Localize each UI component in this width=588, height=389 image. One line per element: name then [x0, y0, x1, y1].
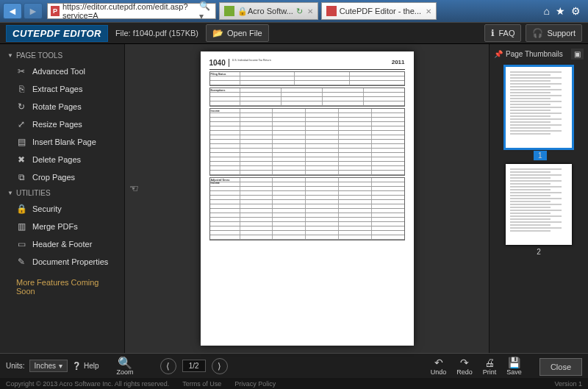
address-bar[interactable]: P https://editor.cutepdf.com/edit.asp?se… [47, 3, 216, 19]
chevron-down-icon: ▾ [59, 362, 62, 370]
resize-icon: ⤢ [16, 119, 26, 129]
tab-favicon-icon [326, 6, 337, 16]
thumbnail-number: 1 [534, 151, 547, 160]
redo-icon: ↷ [460, 357, 469, 368]
properties-icon: ✎ [16, 257, 26, 267]
sidebar-item-resize-pages[interactable]: ⤢Resize Pages [0, 115, 124, 133]
help-icon: ❔ [72, 362, 81, 370]
thumbnail-page-2[interactable]: 2 [506, 164, 572, 256]
sidebar-item-merge-pdfs[interactable]: ▥Merge PDFs [0, 218, 124, 235]
item-label: Security [32, 204, 62, 213]
section-utilities[interactable]: ▼ UTILITIES [0, 186, 124, 200]
sidebar-item-header-footer[interactable]: ▭Header & Footer [0, 235, 124, 253]
item-label: Advanced Tool [32, 67, 85, 76]
terms-link[interactable]: Terms of Use [182, 380, 221, 388]
page-navigator: ⟨ 1/2 ⟩ [160, 358, 228, 374]
tab-close-icon[interactable]: ✕ [307, 7, 313, 15]
coming-soon-label: More Features Coming Soon [0, 271, 124, 299]
redo-label: Redo [456, 368, 473, 376]
undo-label: Undo [431, 368, 447, 376]
units-select[interactable]: Inches ▾ [29, 360, 68, 372]
thumbnail-number: 2 [506, 248, 572, 256]
chevron-down-icon: ▼ [7, 190, 13, 196]
faq-button[interactable]: ℹ FAQ [484, 24, 521, 42]
rotate-icon: ↻ [16, 101, 26, 112]
forward-button[interactable]: ► [24, 3, 43, 19]
sidebar-item-crop-pages[interactable]: ⧉Crop Pages [0, 168, 124, 186]
form-section: Income [209, 108, 405, 176]
site-favicon-icon: P [51, 6, 60, 16]
open-file-button[interactable]: 📂 Open File [206, 24, 269, 42]
tab-favicon-icon [224, 6, 234, 16]
thumbnails-panel: 📌 Page Thumbnails ▣ 1 2 [489, 44, 588, 353]
settings-gear-icon[interactable]: ⚙ [571, 5, 581, 17]
form-number: 1040 [209, 59, 229, 67]
tab-label: CutePDF Editor - the... [340, 7, 421, 15]
expand-icon[interactable]: ▣ [571, 49, 584, 60]
item-label: Crop Pages [32, 173, 75, 182]
tab-refresh-icon[interactable]: ↻ [296, 7, 303, 16]
help-label: Help [84, 362, 99, 370]
print-label: Print [483, 368, 497, 376]
browser-toolbar: ◄ ► P https://editor.cutepdf.com/edit.as… [0, 0, 588, 22]
home-icon[interactable]: ⌂ [544, 5, 550, 17]
support-button[interactable]: 🎧 Support [526, 24, 582, 42]
help-button[interactable]: ❔ Help [72, 362, 99, 370]
form-year: 2011 [392, 59, 405, 65]
print-button[interactable]: 🖨Print [483, 357, 497, 376]
hand-cursor-icon: ☜ [129, 182, 139, 194]
pdf-page-view[interactable]: 1040 U.S. Individual Income Tax Return 2… [201, 51, 414, 346]
sidebar-item-doc-properties[interactable]: ✎Document Properties [0, 253, 124, 271]
thumbnails-header[interactable]: 📌 Page Thumbnails ▣ [494, 49, 584, 64]
form-section: Adjusted Gross Income [209, 177, 405, 240]
sidebar-item-advanced-tool[interactable]: ✂Advanced Tool [0, 63, 124, 80]
zoom-button[interactable]: 🔍 Zoom [117, 356, 134, 376]
next-page-button[interactable]: ⟩ [212, 358, 228, 374]
support-label: Support [547, 29, 576, 38]
item-label: Document Properties [32, 257, 108, 266]
lock-icon: 🔒 [16, 204, 26, 214]
thumbnail-page-1[interactable]: 1 [506, 67, 572, 161]
tab-lock-icon: 🔒 [237, 7, 248, 16]
tab-close-icon[interactable]: ✕ [426, 7, 431, 15]
version-text: Version 1 [554, 380, 582, 388]
save-button[interactable]: 💾Save [506, 357, 522, 376]
tab-acro-software[interactable]: 🔒 Acro Softw... ↻ ✕ [219, 2, 318, 20]
document-canvas[interactable]: ☜ 1040 U.S. Individual Income Tax Return… [125, 44, 489, 353]
item-label: Delete Pages [32, 155, 81, 164]
print-icon: 🖨 [484, 357, 495, 368]
sidebar-item-delete-pages[interactable]: ✖Delete Pages [0, 151, 124, 168]
privacy-link[interactable]: Privacy Policy [234, 380, 276, 388]
redo-button[interactable]: ↷Redo [456, 357, 473, 376]
item-label: Insert Blank Page [32, 138, 96, 146]
sidebar-item-extract-pages[interactable]: ⎘Extract Pages [0, 80, 124, 98]
chevron-down-icon: ▼ [7, 52, 13, 59]
prev-page-button[interactable]: ⟨ [160, 358, 176, 374]
undo-button[interactable]: ↶Undo [431, 357, 447, 376]
sidebar-item-security[interactable]: 🔒Security [0, 200, 124, 218]
form-title: U.S. Individual Income Tax Return [232, 59, 389, 62]
current-file-label: File: f1040.pdf (157KB) [115, 29, 198, 38]
sidebar-item-rotate-pages[interactable]: ↻Rotate Pages [0, 98, 124, 115]
main-area: ▼ PAGE TOOLS ✂Advanced Tool ⎘Extract Pag… [0, 44, 588, 353]
item-label: Rotate Pages [32, 102, 82, 111]
item-label: Merge PDFs [32, 222, 78, 231]
item-label: Extract Pages [32, 85, 82, 93]
back-button[interactable]: ◄ [3, 3, 22, 19]
sidebar-item-insert-blank[interactable]: ▤Insert Blank Page [0, 133, 124, 151]
item-label: Header & Footer [32, 240, 92, 249]
merge-icon: ▥ [16, 221, 26, 232]
section-page-tools[interactable]: ▼ PAGE TOOLS [0, 49, 124, 63]
header-footer-icon: ▭ [16, 239, 26, 249]
faq-label: FAQ [498, 29, 514, 38]
tab-label: Acro Softw... [248, 7, 293, 15]
close-button[interactable]: Close [539, 358, 582, 376]
footer: Copyright © 2013 Acro Software Inc. All … [0, 378, 588, 389]
extract-icon: ⎘ [16, 84, 26, 94]
tab-cutepdf-editor[interactable]: CutePDF Editor - the... ✕ [321, 2, 437, 20]
section-label: UTILITIES [16, 189, 51, 197]
favorites-icon[interactable]: ★ [556, 5, 565, 17]
search-icon[interactable]: 🔍▾ [199, 1, 212, 21]
pin-left-icon[interactable]: 📌 [494, 50, 503, 58]
page-counter[interactable]: 1/2 [182, 360, 206, 372]
